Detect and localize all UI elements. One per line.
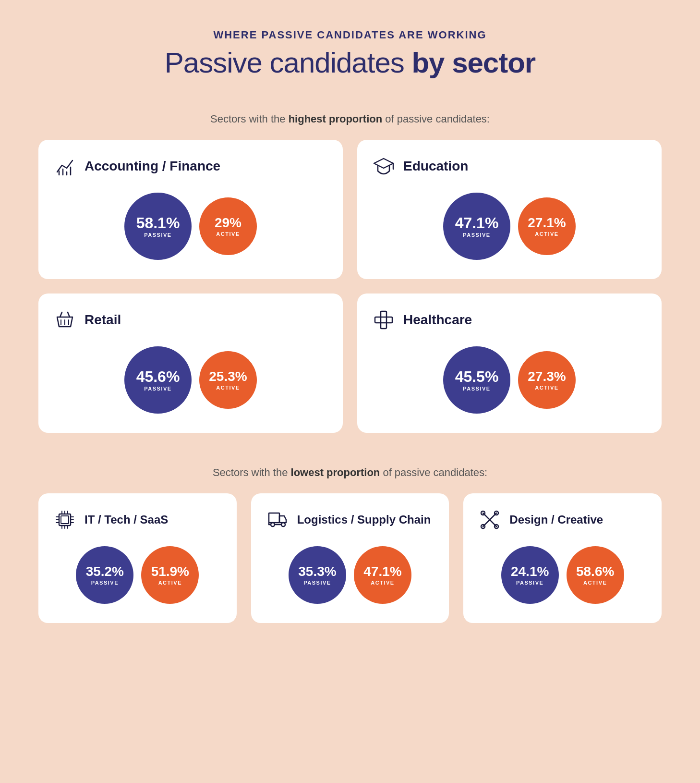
- design-bubbles: 24.1% PASSIVE 58.6% ACTIVE: [478, 546, 647, 604]
- cross-icon: [372, 308, 396, 332]
- lowest-sectors-grid: IT / Tech / SaaS 35.2% PASSIVE 51.9% ACT…: [38, 493, 662, 623]
- highest-sectors-grid: Accounting / Finance 58.1% PASSIVE 29% A…: [38, 140, 662, 433]
- main-title: Passive candidates by sector: [165, 46, 535, 79]
- logistics-icon: [266, 508, 290, 532]
- it-tech-active-bubble: 51.9% ACTIVE: [141, 546, 199, 604]
- design-passive-bubble: 24.1% PASSIVE: [501, 546, 559, 604]
- card-header-it-tech: IT / Tech / SaaS: [53, 508, 222, 532]
- sector-card-logistics: Logistics / Supply Chain 35.3% PASSIVE 4…: [251, 493, 449, 623]
- subtitle-tag: WHERE PASSIVE CANDIDATES ARE WORKING: [165, 29, 535, 41]
- healthcare-title: Healthcare: [403, 312, 472, 328]
- retail-passive-bubble: 45.6% PASSIVE: [124, 346, 192, 414]
- svg-rect-9: [381, 311, 386, 329]
- logistics-active-bubble: 47.1% ACTIVE: [354, 546, 411, 604]
- svg-rect-12: [61, 516, 69, 524]
- it-tech-passive-bubble: 35.2% PASSIVE: [76, 546, 133, 604]
- sector-card-healthcare: Healthcare 45.5% PASSIVE 27.3% ACTIVE: [357, 294, 662, 433]
- education-passive-bubble: 47.1% PASSIVE: [443, 193, 510, 260]
- healthcare-active-bubble: 27.3% ACTIVE: [518, 351, 576, 409]
- healthcare-bubbles: 45.5% PASSIVE 27.3% ACTIVE: [372, 346, 647, 414]
- lowest-section-label: Sectors with the lowest proportion of pa…: [213, 466, 487, 479]
- basket-icon: [53, 308, 77, 332]
- highest-section-label: Sectors with the highest proportion of p…: [210, 113, 490, 125]
- sector-card-retail: Retail 45.6% PASSIVE 25.3% ACTIVE: [38, 294, 343, 433]
- sector-card-education: Education 47.1% PASSIVE 27.1% ACTIVE: [357, 140, 662, 279]
- sector-card-it-tech: IT / Tech / SaaS 35.2% PASSIVE 51.9% ACT…: [38, 493, 237, 623]
- card-header-design: Design / Creative: [478, 508, 647, 532]
- logistics-title: Logistics / Supply Chain: [297, 513, 431, 527]
- design-active-bubble: 58.6% ACTIVE: [567, 546, 624, 604]
- accounting-active-bubble: 29% ACTIVE: [199, 197, 257, 255]
- svg-rect-10: [375, 317, 392, 323]
- svg-rect-25: [269, 513, 279, 523]
- retail-bubbles: 45.6% PASSIVE 25.3% ACTIVE: [53, 346, 328, 414]
- it-tech-bubbles: 35.2% PASSIVE 51.9% ACTIVE: [53, 546, 222, 604]
- design-icon: [478, 508, 502, 532]
- retail-active-bubble: 25.3% ACTIVE: [199, 351, 257, 409]
- accounting-passive-bubble: 58.1% PASSIVE: [124, 193, 192, 260]
- graduation-icon: [372, 154, 396, 178]
- logistics-bubbles: 35.3% PASSIVE 47.1% ACTIVE: [266, 546, 435, 604]
- chart-icon: [53, 154, 77, 178]
- retail-title: Retail: [84, 312, 121, 328]
- sector-card-accounting: Accounting / Finance 58.1% PASSIVE 29% A…: [38, 140, 343, 279]
- card-header-accounting: Accounting / Finance: [53, 154, 328, 178]
- card-header-healthcare: Healthcare: [372, 308, 647, 332]
- page-header: WHERE PASSIVE CANDIDATES ARE WORKING Pas…: [165, 29, 535, 79]
- it-tech-title: IT / Tech / SaaS: [84, 513, 168, 527]
- education-active-bubble: 27.1% ACTIVE: [518, 197, 576, 255]
- card-header-logistics: Logistics / Supply Chain: [266, 508, 435, 532]
- healthcare-passive-bubble: 45.5% PASSIVE: [443, 346, 510, 414]
- design-title: Design / Creative: [509, 513, 603, 527]
- education-bubbles: 47.1% PASSIVE 27.1% ACTIVE: [372, 193, 647, 260]
- education-title: Education: [403, 159, 468, 174]
- card-header-retail: Retail: [53, 308, 328, 332]
- accounting-title: Accounting / Finance: [84, 159, 220, 174]
- card-header-education: Education: [372, 154, 647, 178]
- svg-marker-4: [374, 159, 393, 168]
- sector-card-design: Design / Creative 24.1% PASSIVE 58.6% AC…: [463, 493, 662, 623]
- chip-icon: [53, 508, 77, 532]
- logistics-passive-bubble: 35.3% PASSIVE: [289, 546, 346, 604]
- accounting-bubbles: 58.1% PASSIVE 29% ACTIVE: [53, 193, 328, 260]
